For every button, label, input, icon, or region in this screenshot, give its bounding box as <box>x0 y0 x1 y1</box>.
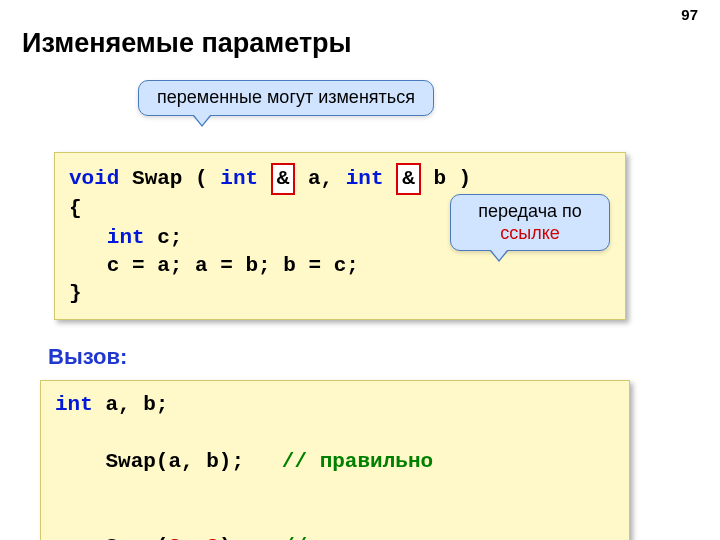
code-block-calls: int a, b; Swap(a, b); // правильно Swap(… <box>40 380 630 540</box>
callout-by-ref: передача по ссылке <box>450 194 610 251</box>
callout-vars-change: переменные могут изменяться <box>138 80 434 116</box>
swap-body: c = a; a = b; b = c; <box>107 254 359 277</box>
literal: 2 <box>168 535 181 540</box>
var-c: c; <box>157 226 182 249</box>
amp-highlight: & <box>271 163 296 195</box>
keyword-int: int <box>107 226 145 249</box>
code-line: void Swap ( int & a, int & b ) <box>69 163 611 195</box>
comment: // правильно <box>282 450 433 473</box>
code-line: c = a; a = b; b = c; <box>69 252 611 280</box>
code-line: int a, b; <box>55 391 615 419</box>
indent <box>69 254 94 277</box>
paren-open: ( <box>195 167 220 190</box>
keyword-void: void <box>69 167 119 190</box>
literal: 3 <box>206 535 219 540</box>
amp-highlight: & <box>396 163 421 195</box>
param-b: b ) <box>433 167 471 190</box>
call-text: ); <box>219 535 282 540</box>
code-line: Swap(a, b); // правильно <box>55 419 615 504</box>
code-line: Swap(2, 3); // неправильно <box>55 504 615 540</box>
code-line: } <box>69 280 611 308</box>
call-text: Swap(a, b); <box>105 450 281 473</box>
page-title: Изменяемые параметры <box>22 28 352 59</box>
comment: // неправильно <box>282 535 458 540</box>
decl-rest: a, b; <box>105 393 168 416</box>
callout-text-line2: ссылке <box>461 223 599 245</box>
keyword-int: int <box>346 167 384 190</box>
keyword-int: int <box>220 167 258 190</box>
callout-text: переменные могут изменяться <box>157 87 415 107</box>
comma: , <box>181 535 206 540</box>
callout-text-line1: передача по <box>461 201 599 223</box>
page-number: 97 <box>681 6 698 23</box>
subheading-call: Вызов: <box>48 344 127 370</box>
param-a: a, <box>308 167 346 190</box>
func-name: Swap <box>132 167 182 190</box>
keyword-int: int <box>55 393 93 416</box>
indent <box>69 226 94 249</box>
call-text: Swap( <box>105 535 168 540</box>
